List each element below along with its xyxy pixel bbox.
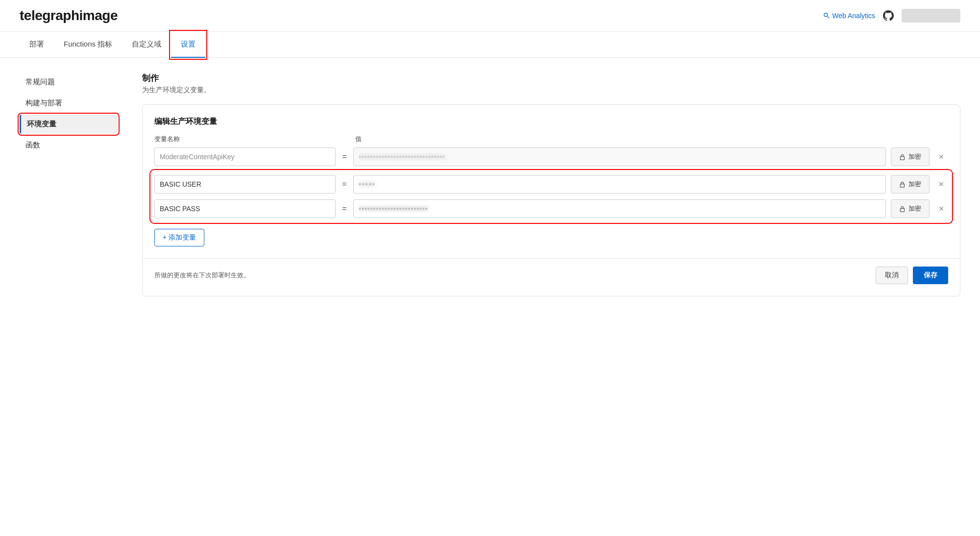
var-row-2: = 加密 ×	[154, 199, 948, 218]
var-header: 变量名称 值	[154, 135, 948, 147]
encrypt-btn-1[interactable]: 加密	[891, 175, 930, 194]
var-name-input-2[interactable]	[154, 199, 336, 218]
save-button[interactable]: 保存	[913, 267, 948, 284]
add-var-button[interactable]: + 添加变量	[154, 229, 204, 246]
footer-actions: 取消 保存	[876, 267, 948, 284]
sidebar-item-build[interactable]: 构建与部署	[20, 94, 118, 113]
svg-line-1	[828, 17, 830, 19]
svg-point-0	[824, 13, 828, 17]
close-btn-0[interactable]: ×	[934, 150, 948, 164]
analytics-icon	[823, 12, 830, 19]
tab-settings[interactable]: 设置	[171, 32, 205, 58]
cancel-button[interactable]: 取消	[876, 267, 908, 284]
env-vars-card: 编辑生产环境变量 变量名称 值 = 加密 ×	[142, 104, 960, 296]
equals-1: =	[341, 180, 348, 189]
header-right: Web Analytics	[823, 9, 960, 23]
lock-icon-1	[899, 181, 906, 188]
user-avatar	[902, 9, 960, 23]
equals-0: =	[341, 152, 348, 161]
layout: 常规问题 构建与部署 环境变量 函数 制作 为生产环境定义变量。 编辑生产环境变…	[0, 58, 980, 321]
close-btn-1[interactable]: ×	[934, 177, 948, 191]
close-btn-2[interactable]: ×	[934, 202, 948, 216]
var-value-input-0[interactable]	[353, 147, 886, 166]
col-name-header: 变量名称	[154, 135, 341, 144]
lock-icon-0	[899, 154, 906, 160]
header: telegraphimage Web Analytics	[0, 0, 980, 32]
logo: telegraphimage	[20, 8, 118, 24]
var-row-0: = 加密 ×	[154, 147, 948, 166]
tab-custom-domain[interactable]: 自定义域	[122, 32, 171, 58]
nav-tabs: 部署 Functions 指标 自定义域 设置	[0, 32, 980, 58]
github-icon[interactable]	[883, 10, 894, 21]
sidebar-item-functions[interactable]: 函数	[20, 136, 118, 155]
var-name-input-1[interactable]	[154, 175, 336, 194]
section-title: 制作	[142, 73, 960, 84]
col-value-header: 值	[341, 135, 948, 144]
main-content: 制作 为生产环境定义变量。 编辑生产环境变量 变量名称 值 = 加密	[127, 73, 960, 306]
var-value-input-1[interactable]	[353, 175, 886, 194]
encrypt-btn-2[interactable]: 加密	[891, 199, 930, 218]
equals-2: =	[341, 204, 348, 213]
lock-icon-2	[899, 206, 906, 212]
var-name-input-0[interactable]	[154, 147, 336, 166]
tab-deploy[interactable]: 部署	[20, 32, 54, 58]
card-divider	[143, 258, 960, 259]
footer-note: 所做的更改将在下次部署时生效。	[154, 271, 250, 280]
card-title: 编辑生产环境变量	[154, 117, 948, 127]
tab-functions[interactable]: Functions 指标	[54, 32, 122, 58]
web-analytics-link[interactable]: Web Analytics	[823, 12, 875, 20]
section-desc: 为生产环境定义变量。	[142, 86, 960, 95]
card-footer: 所做的更改将在下次部署时生效。 取消 保存	[154, 267, 948, 284]
var-value-input-2[interactable]	[353, 199, 886, 218]
sidebar: 常规问题 构建与部署 环境变量 函数	[20, 73, 127, 306]
svg-rect-3	[900, 184, 904, 187]
var-row-1: = 加密 ×	[154, 175, 948, 194]
sidebar-item-env-vars[interactable]: 环境变量	[20, 115, 118, 134]
svg-rect-4	[900, 208, 904, 212]
sidebar-item-general[interactable]: 常规问题	[20, 73, 118, 92]
highlighted-rows: = 加密 × =	[152, 172, 950, 221]
svg-rect-2	[900, 156, 904, 160]
encrypt-btn-0[interactable]: 加密	[891, 147, 930, 166]
